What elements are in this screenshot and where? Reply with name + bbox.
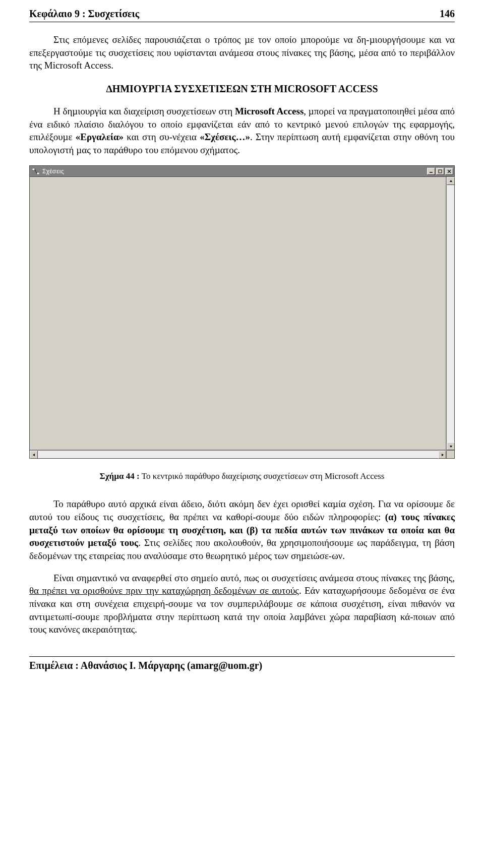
para3-underline: θα πρέπει να ορισθούνε πριν την καταχώρη… (29, 585, 299, 596)
para1-bold-2: «Εργαλεία» (76, 132, 124, 142)
page-number: 146 (440, 7, 455, 21)
svg-marker-8 (450, 446, 452, 448)
scroll-up-button[interactable] (447, 177, 455, 185)
chapter-title: Κεφάλαιο 9 : Συσχετίσεις (29, 7, 139, 21)
window-title: Σχέσεις (42, 167, 427, 175)
caption-prefix: Σχήµα 44 : (100, 471, 142, 481)
horizontal-scrollbar[interactable] (30, 450, 446, 458)
section-heading: ∆ΗΜΙΟΥΡΓΙΑ ΣΥΣΧΕΤΙΣΕΩΝ ΣΤΗ MICROSOFT ACC… (29, 82, 455, 96)
window-buttons (427, 168, 453, 175)
page-footer: Επιµέλεια : Αθανάσιος Ι. Μάργαρης (amarg… (29, 656, 455, 672)
scroll-corner (446, 450, 454, 458)
para1-part-e: και στη συ-νέχεια (124, 132, 200, 142)
relationships-icon (32, 168, 40, 175)
close-button[interactable] (445, 168, 453, 175)
hscroll-track[interactable] (38, 451, 438, 458)
svg-marker-9 (33, 454, 35, 456)
para1-bold-3: «Σχέσεις…» (200, 132, 250, 142)
svg-rect-1 (37, 172, 39, 174)
para1-bold-1: Microsoft Access (235, 106, 304, 116)
para3-part-a: Είναι σηµαντικό να αναφερθεί στο σηµείο … (53, 573, 455, 583)
page-header: Κεφάλαιο 9 : Συσχετίσεις 146 (29, 7, 455, 22)
vscroll-track[interactable] (447, 185, 454, 442)
minimize-button[interactable] (427, 168, 435, 175)
paragraph-2: Το παράθυρο αυτό αρχικά είναι άδειο, διό… (29, 498, 455, 562)
caption-text: Το κεντρικό παράθυρο διαχείρισης συσχετί… (142, 471, 385, 481)
scroll-left-button[interactable] (30, 451, 38, 459)
vertical-scrollbar[interactable] (446, 177, 454, 450)
relationships-window: Σχέσεις (29, 165, 455, 459)
scroll-down-button[interactable] (447, 442, 455, 450)
svg-marker-10 (442, 454, 444, 456)
paragraph-3: Είναι σηµαντικό να αναφερθεί στο σηµείο … (29, 572, 455, 636)
svg-marker-7 (450, 180, 452, 182)
svg-rect-0 (32, 168, 35, 170)
svg-line-2 (35, 169, 37, 173)
intro-paragraph: Στις επόµενες σελίδες παρουσιάζεται ο τρ… (29, 33, 455, 72)
relationships-canvas[interactable] (30, 177, 446, 450)
svg-rect-4 (439, 170, 442, 173)
maximize-button[interactable] (436, 168, 444, 175)
para1-part-a: Η δηµιουργία και διαχείριση συσχετίσεων … (53, 106, 235, 116)
scroll-right-button[interactable] (438, 451, 446, 459)
paragraph-1: Η δηµιουργία και διαχείριση συσχετίσεων … (29, 105, 455, 157)
figure-caption: Σχήµα 44 : Το κεντρικό παράθυρο διαχείρι… (29, 471, 455, 482)
window-client-area (30, 177, 454, 458)
window-titlebar[interactable]: Σχέσεις (30, 166, 454, 177)
